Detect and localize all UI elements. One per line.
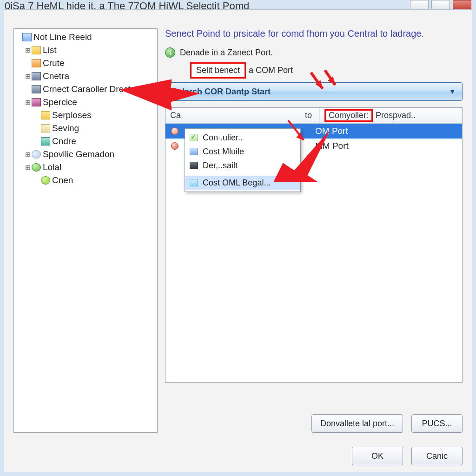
- tree-icon: [41, 124, 50, 132]
- tree-node[interactable]: ⊞Spercice: [15, 96, 156, 109]
- combo-label: Selerch COR Dantp Start: [172, 87, 271, 97]
- window-titlebar: 0iSa 7 HeML hide it, a The 77OM HiWL Sel…: [0, 0, 476, 9]
- selit-highlight: Selit benect: [190, 62, 246, 79]
- info-icon: i: [165, 47, 175, 58]
- window-buttons: [410, 0, 471, 10]
- tree-node[interactable]: Cndre: [15, 135, 156, 148]
- tree-icon: [32, 150, 41, 159]
- tree-label: Spovilic Gemadon: [43, 149, 114, 159]
- info-text: Denade in a Zanect Port.: [180, 48, 273, 58]
- minimize-button[interactable]: [410, 0, 429, 10]
- close-button[interactable]: [453, 0, 471, 10]
- tree-icon: [41, 176, 50, 185]
- tree-node[interactable]: ⊞Lolal: [15, 161, 156, 174]
- tree-icon: [41, 111, 50, 119]
- tree-node[interactable]: Not Line Reeid: [15, 31, 156, 44]
- tree-icon: [32, 59, 41, 67]
- tree-twisty[interactable]: ⊞: [24, 46, 32, 54]
- tree-node[interactable]: Crute: [15, 57, 156, 70]
- window-title: 0iSa 7 HeML hide it, a The 77OM HiWL Sel…: [5, 0, 249, 9]
- start-combo[interactable]: Selerch COR Dantp Start ▼: [165, 82, 463, 101]
- status-dot-icon: [171, 127, 178, 135]
- table-header: Ca to Comyoller: Prospvad..: [165, 108, 462, 124]
- pucs-button[interactable]: PUCS...: [411, 414, 463, 433]
- tree-node[interactable]: ⊞Spovilic Gemadon: [15, 148, 156, 161]
- tree-panel: Not Line Reeid⊞ListCrute⊞CnetraCrnect Ca…: [13, 28, 158, 433]
- default-icon: [190, 162, 198, 169]
- dialog-client: Not Line Reeid⊞ListCrute⊞CnetraCrnect Ca…: [4, 9, 472, 472]
- tree-label: Serploses: [52, 110, 92, 120]
- tree-icon: [22, 33, 32, 41]
- ok-button[interactable]: OK: [352, 447, 403, 465]
- tree-icon: [32, 163, 41, 172]
- tree-label: Not Line Reeid: [33, 32, 92, 42]
- tree-label: Cndre: [52, 136, 76, 146]
- tree-icon: [32, 85, 41, 93]
- tree-label: Seving: [52, 123, 79, 133]
- tree-node[interactable]: ⊞Cnetra: [15, 70, 156, 83]
- module-icon: [190, 148, 198, 155]
- tree-label: Spercice: [43, 97, 77, 107]
- tree-icon: [32, 46, 41, 54]
- chevron-down-icon: ▼: [449, 88, 456, 95]
- right-pane: Senect Poind to prsicale for comd fhom y…: [165, 28, 463, 465]
- row-port: OM Port: [311, 126, 462, 136]
- check-icon: [190, 134, 198, 141]
- th-c3[interactable]: Comyoller:: [320, 108, 371, 123]
- info-row: i Denade in a Zanect Port.: [165, 47, 463, 58]
- menu-item-label: Cost OML Begal...: [203, 178, 271, 188]
- tree-twisty[interactable]: ⊞: [24, 73, 32, 80]
- th-c4[interactable]: Prospvad..: [371, 108, 462, 123]
- menu-item-label: Con·.ulier..: [203, 133, 243, 143]
- menu-item-3[interactable]: Cost OML Begal...: [185, 176, 300, 190]
- menu-item-1[interactable]: Cost Mluile: [185, 145, 300, 159]
- tree-label: Lolal: [43, 162, 61, 172]
- menu-item-0[interactable]: Con·.ulier..: [185, 131, 300, 145]
- tree-icon: [32, 72, 41, 80]
- tree-label: Cnetra: [43, 71, 69, 81]
- dropdown-menu[interactable]: Con·.ulier.. Cost Mluile Der,..sailt Cos…: [185, 128, 301, 192]
- instruction-text: Senect Poind to prsicale for comd fhom y…: [165, 28, 463, 39]
- tree-twisty[interactable]: ⊞: [24, 164, 32, 171]
- menu-separator: [188, 174, 298, 174]
- row-port: MM Port: [311, 141, 462, 151]
- tree-twisty[interactable]: ⊞: [24, 151, 32, 158]
- donvallete-button[interactable]: Donvallete lal port...: [311, 414, 403, 433]
- selit-after: a COM Port: [249, 66, 293, 75]
- button-row-1: Donvallete lal port... PUCS...: [311, 414, 463, 433]
- tree-label: Cnen: [52, 175, 73, 185]
- tree-node[interactable]: Seving: [15, 122, 156, 135]
- status-dot-icon: [171, 142, 178, 150]
- tree-label: Crnect Caraoller Drect: [43, 84, 131, 94]
- tree-twisty[interactable]: ⊞: [24, 99, 32, 106]
- button-row-2: OK Canic: [352, 447, 463, 465]
- begal-icon: [190, 179, 198, 186]
- maximize-button[interactable]: [431, 0, 450, 10]
- tree-node[interactable]: Cnen: [15, 174, 156, 187]
- tree-node[interactable]: Serploses: [15, 109, 156, 122]
- tree-node[interactable]: ⊞List: [15, 44, 156, 57]
- tree-node[interactable]: Crnect Caraoller Drect: [15, 83, 156, 96]
- cancel-button[interactable]: Canic: [411, 447, 463, 465]
- tree-label: List: [43, 45, 57, 55]
- th-c2[interactable]: to: [300, 108, 320, 123]
- menu-item-label: Cost Mluile: [203, 147, 244, 157]
- tree-label: Crute: [43, 58, 64, 68]
- tree-icon: [41, 137, 50, 145]
- menu-item-2[interactable]: Der,..sailt: [185, 159, 300, 172]
- tree-icon: [32, 98, 41, 106]
- th-c3-highlight: Comyoller:: [324, 109, 373, 122]
- tree[interactable]: Not Line Reeid⊞ListCrute⊞CnetraCrnect Ca…: [14, 29, 157, 189]
- menu-item-label: Der,..sailt: [203, 161, 238, 171]
- th-c1[interactable]: Ca: [165, 108, 300, 123]
- selit-row: Selit benect a COM Port: [190, 62, 463, 79]
